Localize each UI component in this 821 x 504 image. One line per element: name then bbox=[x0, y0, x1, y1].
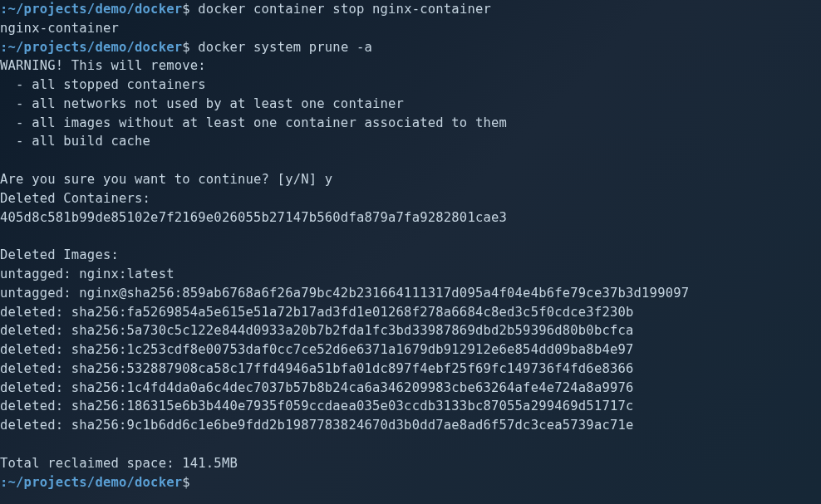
command-text: docker system prune -a bbox=[190, 40, 372, 55]
output-line: deleted: sha256:5a730c5c122e844d0933a20b… bbox=[0, 321, 821, 340]
prompt-path: ~/projects/demo/docker bbox=[8, 475, 183, 490]
output-line bbox=[0, 151, 821, 170]
output-line: untagged: nginx@sha256:859ab6768a6f26a79… bbox=[0, 284, 821, 303]
output-line bbox=[0, 435, 821, 454]
prompt-colon: : bbox=[0, 475, 8, 490]
output-line: deleted: sha256:532887908ca58c17ffd4946a… bbox=[0, 360, 821, 379]
output-line: - all networks not used by at least one … bbox=[0, 95, 821, 114]
prompt-path: ~/projects/demo/docker bbox=[8, 2, 183, 17]
prompt-dollar: $ bbox=[182, 475, 190, 490]
prompt-path: ~/projects/demo/docker bbox=[8, 40, 183, 55]
output-line: Deleted Images: bbox=[0, 246, 821, 265]
output-line: deleted: sha256:9c1b6dd6c1e6be9fdd2b1987… bbox=[0, 416, 821, 435]
output-line: untagged: nginx:latest bbox=[0, 265, 821, 284]
output-line: deleted: sha256:1c4fd4da0a6c4dec7037b57b… bbox=[0, 379, 821, 398]
prompt-colon: : bbox=[0, 2, 8, 17]
output-line: - all stopped containers bbox=[0, 76, 821, 95]
output-line: 405d8c581b99de85102e7f2169e026055b27147b… bbox=[0, 208, 821, 228]
prompt-line-3[interactable]: :~/projects/demo/docker$ bbox=[0, 473, 821, 492]
prompt-line-2: :~/projects/demo/docker$ docker system p… bbox=[0, 38, 821, 57]
prompt-colon: : bbox=[0, 40, 8, 55]
output-line: deleted: sha256:1c253cdf8e00753daf0cc7ce… bbox=[0, 340, 821, 360]
terminal-window[interactable]: :~/projects/demo/docker$ docker containe… bbox=[0, 0, 821, 492]
output-line: WARNING! This will remove: bbox=[0, 56, 821, 76]
output-line bbox=[0, 227, 821, 246]
output-line: Total reclaimed space: 141.5MB bbox=[0, 454, 821, 473]
output-line: Are you sure you want to continue? [y/N]… bbox=[0, 170, 821, 189]
command-text: docker container stop nginx-container bbox=[190, 2, 491, 17]
output-line: deleted: sha256:fa5269854a5e615e51a72b17… bbox=[0, 303, 821, 322]
prompt-dollar: $ bbox=[182, 2, 190, 17]
output-line: nginx-container bbox=[0, 19, 821, 38]
output-line: - all build cache bbox=[0, 132, 821, 151]
output-line: deleted: sha256:186315e6b3b440e7935f059c… bbox=[0, 397, 821, 416]
prompt-dollar: $ bbox=[182, 40, 190, 55]
output-line: - all images without at least one contai… bbox=[0, 114, 821, 133]
output-line: Deleted Containers: bbox=[0, 189, 821, 208]
prompt-line-1: :~/projects/demo/docker$ docker containe… bbox=[0, 0, 821, 19]
command-input[interactable] bbox=[190, 473, 199, 492]
